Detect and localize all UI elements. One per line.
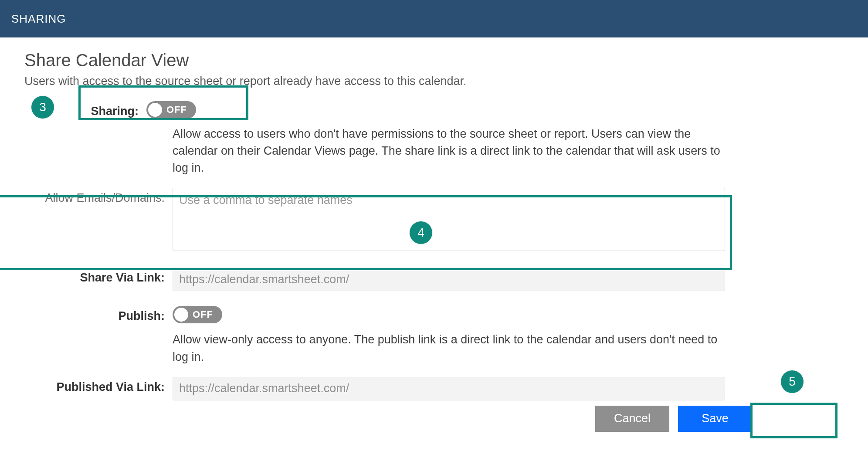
- page-title: Share Calendar View: [24, 51, 741, 70]
- share-link-label: Share Via Link:: [24, 268, 173, 291]
- share-link-field[interactable]: [173, 268, 725, 291]
- sharing-header: SHARING: [0, 0, 868, 37]
- toggle-knob-icon: [148, 103, 162, 117]
- share-link-row: Share Via Link:: [24, 268, 741, 291]
- annotation-badge-3: 3: [31, 96, 54, 119]
- publish-toggle-label: OFF: [193, 309, 213, 320]
- sharing-toggle[interactable]: OFF: [146, 101, 196, 119]
- annotation-badge-5: 5: [781, 370, 804, 393]
- sharing-desc-row: Allow access to users who don't have per…: [24, 121, 741, 176]
- cancel-button[interactable]: Cancel: [595, 406, 669, 432]
- publish-row: Publish: OFF: [24, 306, 741, 325]
- publish-description: Allow view-only access to anyone. The pu…: [173, 331, 726, 365]
- sharing-toggle-label: OFF: [166, 104, 187, 115]
- sharing-description: Allow access to users who don't have per…: [173, 125, 726, 176]
- toggle-knob-icon: [174, 308, 188, 322]
- published-link-row: Published Via Link:: [24, 377, 741, 400]
- header-tab-sharing[interactable]: SHARING: [11, 12, 66, 26]
- publish-desc-row: Allow view-only access to anyone. The pu…: [24, 327, 741, 365]
- allow-emails-label: Allow Emails/Domains:: [24, 188, 173, 253]
- publish-toggle[interactable]: OFF: [173, 306, 222, 323]
- sharing-row: Sharing: OFF: [24, 101, 741, 120]
- share-calendar-panel: 3 4 5 Share Calendar View Users with acc…: [0, 37, 741, 432]
- annotation-badge-4: 4: [410, 221, 432, 244]
- published-link-field[interactable]: [173, 377, 725, 400]
- publish-label: Publish:: [24, 306, 173, 325]
- published-link-label: Published Via Link:: [24, 377, 173, 400]
- annotation-highlight-5: [750, 403, 837, 438]
- dialog-footer-buttons: Cancel Save: [24, 406, 752, 432]
- allow-emails-input[interactable]: [173, 188, 725, 251]
- save-button[interactable]: Save: [678, 406, 752, 432]
- allow-emails-row: Allow Emails/Domains:: [24, 188, 741, 253]
- page-subtitle: Users with access to the source sheet or…: [24, 75, 741, 88]
